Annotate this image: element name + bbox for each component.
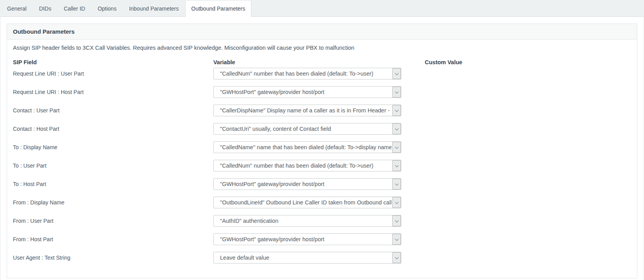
table-row: From : User Part "AuthID" authentication — [13, 215, 631, 227]
table-rows: Request Line URI : User Part "CalledNum"… — [13, 68, 631, 264]
sip-field-label: To : Host Part — [13, 181, 213, 187]
chevron-down-icon[interactable] — [392, 105, 401, 116]
chevron-down-icon[interactable] — [392, 123, 401, 134]
variable-select[interactable]: "AuthID" authentication — [213, 215, 401, 227]
tab-caller-id[interactable]: Caller ID — [58, 0, 91, 16]
sip-field-label: From : Host Part — [13, 236, 213, 242]
variable-select[interactable]: "GWHostPort" gateway/provider host/port — [213, 178, 401, 190]
chevron-down-icon[interactable] — [392, 142, 401, 153]
sip-field-label: Request Line URI : Host Part — [13, 89, 213, 95]
content-area: Outbound Parameters Assign SIP header fi… — [0, 17, 644, 280]
tab-inbound-parameters[interactable]: Inbound Parameters — [123, 0, 185, 16]
variable-select-value: "OutboundLineId" Outbound Line Caller ID… — [220, 197, 391, 208]
sip-field-label: To : Display Name — [13, 144, 213, 150]
variable-select-value: "GWHostPort" gateway/provider host/port — [220, 234, 391, 245]
tab-bar: GeneralDIDsCaller IDOptionsInbound Param… — [0, 0, 644, 17]
tab-dids[interactable]: DIDs — [33, 0, 58, 16]
panel-description: Assign SIP header fields to 3CX Call Var… — [13, 45, 631, 51]
chevron-down-icon[interactable] — [392, 234, 401, 245]
variable-select[interactable]: "CalledNum" number that has been dialed … — [213, 68, 401, 79]
variable-select-value: "ContactUri" usually, content of Contact… — [220, 123, 391, 134]
variable-select[interactable]: "CallerDispName" Display name of a calle… — [213, 105, 401, 116]
column-sip-field: SIP Field — [13, 58, 213, 66]
table-row: From : Display Name "OutboundLineId" Out… — [13, 197, 631, 208]
chevron-down-icon[interactable] — [392, 160, 401, 171]
chevron-down-icon[interactable] — [392, 197, 401, 208]
table-row: Request Line URI : User Part "CalledNum"… — [13, 68, 631, 79]
variable-select[interactable]: "GWHostPort" gateway/provider host/port — [213, 86, 401, 98]
chevron-down-icon[interactable] — [392, 68, 401, 79]
variable-select-value: "CallerDispName" Display name of a calle… — [220, 105, 391, 116]
sip-field-label: Contact : Host Part — [13, 126, 213, 132]
variable-select-value: Leave default value — [220, 252, 391, 263]
variable-select[interactable]: "GWHostPort" gateway/provider host/port — [213, 233, 401, 245]
variable-select[interactable]: "CalledName" name that has been dialed (… — [213, 141, 401, 153]
table-row: User Agent : Text String Leave default v… — [13, 252, 631, 264]
sip-field-label: User Agent : Text String — [13, 255, 213, 261]
table-row: Contact : User Part "CallerDispName" Dis… — [13, 105, 631, 116]
panel-body: Assign SIP header fields to 3CX Call Var… — [7, 40, 637, 278]
column-variable: Variable — [213, 58, 413, 66]
table-row: To : Host Part "GWHostPort" gateway/prov… — [13, 178, 631, 190]
variable-select-value: "CalledNum" number that has been dialed … — [220, 68, 391, 79]
table-row: To : User Part "CalledNum" number that h… — [13, 160, 631, 172]
table-row: To : Display Name "CalledName" name that… — [13, 141, 631, 153]
table-header: SIP Field Variable Custom Value — [13, 58, 631, 66]
sip-field-label: To : User Part — [13, 163, 213, 169]
sip-field-label: From : User Part — [13, 218, 213, 224]
variable-select[interactable]: "CalledNum" number that has been dialed … — [213, 160, 401, 172]
variable-select[interactable]: Leave default value — [213, 252, 401, 264]
panel-title: Outbound Parameters — [7, 24, 637, 40]
variable-select-value: "GWHostPort" gateway/provider host/port — [220, 87, 391, 98]
variable-select-value: "GWHostPort" gateway/provider host/port — [220, 179, 391, 190]
table-row: Request Line URI : Host Part "GWHostPort… — [13, 86, 631, 98]
variable-select-value: "CalledNum" number that has been dialed … — [220, 160, 391, 171]
sip-field-label: From : Display Name — [13, 199, 213, 206]
outbound-parameters-panel: Outbound Parameters Assign SIP header fi… — [7, 23, 637, 278]
table-row: Contact : Host Part "ContactUri" usually… — [13, 123, 631, 135]
table-row: From : Host Part "GWHostPort" gateway/pr… — [13, 233, 631, 245]
chevron-down-icon[interactable] — [392, 179, 401, 190]
tab-options[interactable]: Options — [91, 0, 123, 16]
tab-general[interactable]: General — [1, 0, 33, 16]
variable-select-value: "AuthID" authentication — [220, 215, 391, 226]
variable-select[interactable]: "OutboundLineId" Outbound Line Caller ID… — [213, 197, 401, 208]
sip-field-label: Request Line URI : User Part — [13, 70, 213, 77]
variable-select-value: "CalledName" name that has been dialed (… — [220, 142, 391, 153]
column-custom-value: Custom Value — [413, 58, 631, 66]
tab-outbound-parameters[interactable]: Outbound Parameters — [185, 0, 252, 17]
chevron-down-icon[interactable] — [392, 87, 401, 98]
variable-select[interactable]: "ContactUri" usually, content of Contact… — [213, 123, 401, 135]
chevron-down-icon[interactable] — [392, 215, 401, 226]
sip-field-label: Contact : User Part — [13, 107, 213, 114]
chevron-down-icon[interactable] — [392, 252, 401, 263]
